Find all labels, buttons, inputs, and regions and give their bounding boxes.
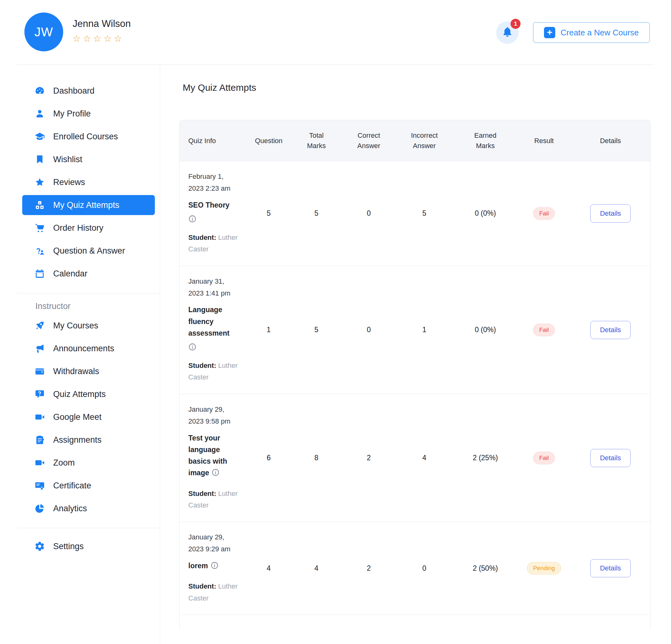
column-header-result: Result <box>534 136 554 146</box>
sidebar-item-label: My Quiz Attempts <box>53 200 119 210</box>
gear-icon <box>35 541 45 552</box>
chat-question-icon <box>35 389 45 399</box>
create-course-label: Create a New Course <box>560 28 639 38</box>
sidebar-item-calendar[interactable]: Calendar <box>22 264 155 284</box>
column-header-earned-marks: Earned Marks <box>468 130 503 151</box>
details-cell: Details <box>571 161 650 266</box>
rocket-icon <box>35 320 45 331</box>
info-icon[interactable] <box>211 561 219 569</box>
sidebar-item-my-quiz-attempts[interactable]: My Quiz Attempts <box>22 195 155 215</box>
sidebar-divider <box>17 528 160 528</box>
create-course-button[interactable]: + Create a New Course <box>533 22 650 43</box>
quiz-title: Test your language basics with image <box>188 432 239 479</box>
sidebar-item-question-answer[interactable]: Question & Answer <box>22 241 155 261</box>
page-title: My Quiz Attempts <box>183 82 651 93</box>
earned-marks-value: 2 (25%) <box>453 394 517 522</box>
quiz-title: Language fluency assessment <box>188 304 239 351</box>
sidebar-item-label: Wishlist <box>53 154 82 164</box>
details-button[interactable]: Details <box>590 205 631 223</box>
info-icon[interactable] <box>212 468 219 476</box>
dashboard-icon <box>35 86 45 96</box>
sidebar-item-label: Quiz Attempts <box>53 389 106 399</box>
details-cell: Details <box>571 522 650 615</box>
sidebar-item-label: My Profile <box>53 109 91 119</box>
info-icon[interactable] <box>188 343 239 351</box>
user-name: Jenna Wilson <box>73 18 131 29</box>
quiz-info-cell: January 29, 2023 9:29 amloremStudent: Lu… <box>179 522 247 615</box>
sidebar-item-assignments[interactable]: Assignments <box>22 430 155 450</box>
details-button[interactable]: Details <box>590 559 631 577</box>
sidebar-item-my-profile[interactable]: My Profile <box>22 104 155 124</box>
question-value: 1 <box>247 266 291 394</box>
quiz-title: lorem <box>188 560 239 572</box>
total-marks-value: 5 <box>291 266 342 394</box>
header-actions: 1 + Create a New Course <box>496 21 650 44</box>
notifications-button[interactable]: 1 <box>496 21 519 44</box>
sidebar-item-label: Calendar <box>53 269 88 278</box>
student-label: Student: <box>188 490 216 497</box>
column-header-question: Question <box>255 136 282 146</box>
table-row: January 31, 2023 1:41 pmLanguage fluency… <box>179 266 650 394</box>
question-value: 4 <box>247 522 291 615</box>
quiz-student: Student: Luther Caster <box>188 488 240 511</box>
user-meta: Jenna Wilson ☆☆☆☆☆ <box>73 13 131 44</box>
sidebar-item-order-history[interactable]: Order History <box>22 218 155 238</box>
question-value: 6 <box>247 394 291 522</box>
details-button[interactable]: Details <box>590 321 631 339</box>
avatar: JW <box>24 13 63 51</box>
sidebar-item-enrolled-courses[interactable]: Enrolled Courses <box>22 126 155 147</box>
star-icon: ☆ <box>114 33 124 44</box>
question-answer-icon <box>35 246 45 256</box>
sidebar-item-reviews[interactable]: Reviews <box>22 172 155 192</box>
total-marks-value: 8 <box>291 394 342 522</box>
sidebar-item-label: Analytics <box>53 504 87 513</box>
student-label: Student: <box>188 582 216 590</box>
sidebar-item-label: Question & Answer <box>53 246 125 256</box>
earned-marks-value: 2 (50%) <box>453 522 517 615</box>
sidebar: DashboardMy ProfileEnrolled CoursesWishl… <box>17 65 160 644</box>
details-button[interactable]: Details <box>590 449 631 467</box>
details-cell: Details <box>571 266 650 394</box>
sidebar-item-analytics[interactable]: Analytics <box>22 498 155 519</box>
quiz-info-cell: January 29, 2023 9:58 pmTest your langua… <box>179 394 247 522</box>
sidebar-item-wishlist[interactable]: Wishlist <box>22 149 155 169</box>
sidebar-section-label: Instructor <box>35 301 160 311</box>
correct-answer-value: 2 <box>342 394 395 522</box>
star-icon: ☆ <box>83 33 93 44</box>
quiz-info-cell: February 1, 2023 2:23 amSEO TheoryStuden… <box>179 161 247 266</box>
sidebar-item-zoom[interactable]: Zoom <box>22 453 155 473</box>
sidebar-item-google-meet[interactable]: Google Meet <box>22 407 155 427</box>
sidebar-item-label: My Courses <box>53 321 98 331</box>
star-icon: ☆ <box>93 33 103 44</box>
sidebar-item-announcements[interactable]: Announcements <box>22 338 155 358</box>
result-badge: Fail <box>533 207 555 220</box>
column-header-quiz-info: Quiz Info <box>179 136 216 146</box>
student-label: Student: <box>188 362 216 369</box>
rating-stars: ☆☆☆☆☆ <box>73 33 131 44</box>
quiz-date: January 29, 2023 9:58 pm <box>188 404 240 428</box>
sidebar-item-label: Reviews <box>53 177 85 187</box>
sidebar-item-dashboard[interactable]: Dashboard <box>22 81 155 101</box>
earned-marks-value: 0 (0%) <box>453 266 517 394</box>
megaphone-icon <box>35 343 45 354</box>
sidebar-item-withdrawals[interactable]: Withdrawals <box>22 361 155 381</box>
incorrect-answer-value: 4 <box>395 394 453 522</box>
sidebar-item-settings[interactable]: Settings <box>22 536 155 556</box>
main-content: My Quiz Attempts Quiz InfoQuestionTotal … <box>179 65 651 644</box>
result-cell: Fail <box>517 266 571 394</box>
info-icon[interactable] <box>188 215 239 223</box>
video-camera-icon <box>35 412 45 422</box>
sidebar-item-quiz-attempts[interactable]: Quiz Attempts <box>22 384 155 404</box>
correct-answer-value: 2 <box>342 522 395 615</box>
table-row: January 29, 2023 9:58 pmTest your langua… <box>179 394 650 522</box>
video-camera-icon <box>35 457 45 468</box>
cart-icon <box>35 223 45 233</box>
sidebar-item-my-courses[interactable]: My Courses <box>22 315 155 336</box>
sidebar-item-label: Certificate <box>53 481 91 491</box>
sidebar-item-label: Announcements <box>53 344 114 354</box>
quiz-date: February 1, 2023 2:23 am <box>188 171 240 195</box>
star-icon: ☆ <box>73 33 83 44</box>
sidebar-item-certificate[interactable]: Certificate <box>22 475 155 496</box>
assignment-icon <box>35 435 45 445</box>
certificate-icon <box>35 480 45 491</box>
